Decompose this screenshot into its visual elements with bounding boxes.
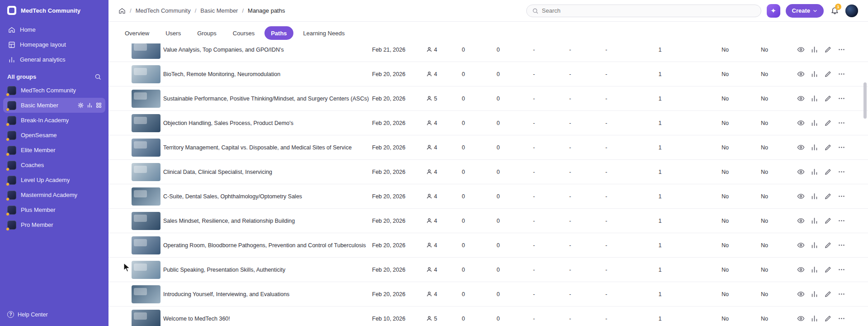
sidebar-group-level-up-academy[interactable]: Level Up Academy: [3, 173, 105, 187]
path-thumbnail[interactable]: [132, 163, 160, 181]
path-thumbnail[interactable]: [132, 236, 160, 254]
path-thumbnail[interactable]: [132, 65, 160, 83]
path-thumbnail[interactable]: [132, 261, 160, 279]
breadcrumb-item[interactable]: Basic Member: [200, 7, 238, 14]
stats-icon[interactable]: [811, 241, 818, 249]
edit-icon[interactable]: [824, 266, 832, 273]
more-options-icon[interactable]: [838, 144, 845, 151]
tab-courses[interactable]: Courses: [226, 26, 261, 40]
view-icon[interactable]: [797, 192, 805, 200]
stats-icon[interactable]: [811, 95, 818, 102]
tab-overview[interactable]: Overview: [118, 26, 156, 40]
stats-icon[interactable]: [811, 266, 818, 273]
sidebar-item-homepage-layout[interactable]: Homepage layout: [4, 37, 105, 52]
more-options-icon[interactable]: [838, 192, 845, 200]
group-analytics-icon[interactable]: [87, 102, 93, 108]
edit-icon[interactable]: [824, 217, 832, 225]
stats-icon[interactable]: [811, 290, 818, 298]
search-input[interactable]: [542, 7, 755, 14]
view-icon[interactable]: [797, 168, 805, 176]
stats-icon[interactable]: [811, 70, 818, 78]
breadcrumb-item[interactable]: MedTech Community: [136, 7, 191, 14]
path-title[interactable]: Sustainable Performance, Positive Thinki…: [163, 96, 372, 102]
group-apps-icon[interactable]: [96, 102, 102, 108]
more-options-icon[interactable]: [838, 217, 845, 225]
sidebar-group-opensesame[interactable]: OpenSesame: [3, 128, 105, 143]
breadcrumb-home-icon[interactable]: [118, 7, 126, 14]
edit-icon[interactable]: [824, 315, 832, 322]
path-thumbnail[interactable]: [132, 212, 160, 230]
more-options-icon[interactable]: [838, 70, 845, 78]
path-title[interactable]: Value Analysis, Top Companies, and GPO/I…: [163, 47, 372, 53]
more-options-icon[interactable]: [838, 266, 845, 273]
sidebar-group-pro-member[interactable]: Pro Member: [3, 217, 105, 232]
view-icon[interactable]: [797, 217, 805, 225]
more-options-icon[interactable]: [838, 46, 845, 53]
edit-icon[interactable]: [824, 241, 832, 249]
notifications-button[interactable]: 1: [829, 5, 840, 16]
path-title[interactable]: Introducing Yourself, Interviewing, and …: [163, 291, 372, 297]
path-title[interactable]: BioTech, Remote Monitoring, Neuromodulat…: [163, 71, 372, 77]
path-title[interactable]: Territory Management, Capital vs. Dispos…: [163, 144, 372, 151]
sidebar-group-plus-member[interactable]: Plus Member: [3, 202, 105, 217]
edit-icon[interactable]: [824, 95, 832, 102]
more-options-icon[interactable]: [838, 315, 845, 322]
edit-icon[interactable]: [824, 144, 832, 151]
sidebar-item-general-analytics[interactable]: General analytics: [4, 52, 105, 67]
path-title[interactable]: Objection Handling, Sales Process, Produ…: [163, 120, 372, 126]
edit-icon[interactable]: [824, 119, 832, 127]
stats-icon[interactable]: [811, 315, 818, 322]
create-button[interactable]: Create: [786, 4, 824, 18]
path-thumbnail[interactable]: [132, 285, 160, 303]
edit-icon[interactable]: [824, 70, 832, 78]
tab-learning-needs[interactable]: Learning Needs: [297, 26, 351, 40]
more-options-icon[interactable]: [838, 168, 845, 176]
view-icon[interactable]: [797, 46, 805, 53]
stats-icon[interactable]: [811, 119, 818, 127]
tab-groups[interactable]: Groups: [191, 26, 223, 40]
user-avatar[interactable]: [845, 5, 858, 17]
path-thumbnail[interactable]: [132, 310, 160, 326]
sidebar-group-basic-member[interactable]: Basic Member: [3, 98, 105, 113]
sidebar-group-medtech-community[interactable]: MedTech Community: [3, 83, 105, 98]
more-options-icon[interactable]: [838, 95, 845, 102]
stats-icon[interactable]: [811, 168, 818, 176]
view-icon[interactable]: [797, 241, 805, 249]
path-thumbnail[interactable]: [132, 114, 160, 132]
more-options-icon[interactable]: [838, 241, 845, 249]
view-icon[interactable]: [797, 70, 805, 78]
tab-paths[interactable]: Paths: [264, 26, 293, 40]
path-title[interactable]: Sales Mindset, Resilience, and Relations…: [163, 218, 372, 224]
sidebar-item-home[interactable]: Home: [4, 22, 105, 37]
view-icon[interactable]: [797, 315, 805, 322]
group-settings-icon[interactable]: [78, 102, 84, 108]
sidebar-group-break-in-academy[interactable]: Break-In Academy: [3, 113, 105, 128]
vertical-scrollbar[interactable]: [863, 82, 867, 119]
path-thumbnail[interactable]: [132, 43, 160, 59]
path-thumbnail[interactable]: [132, 139, 160, 157]
more-options-icon[interactable]: [838, 119, 845, 127]
tab-users[interactable]: Users: [159, 26, 187, 40]
stats-icon[interactable]: [811, 192, 818, 200]
edit-icon[interactable]: [824, 290, 832, 298]
path-title[interactable]: Operating Room, Bloodborne Pathogens, Pr…: [163, 242, 372, 249]
view-icon[interactable]: [797, 290, 805, 298]
help-center-button[interactable]: ? Help Center: [0, 305, 108, 326]
path-thumbnail[interactable]: [132, 90, 160, 108]
breadcrumb-item[interactable]: Manage paths: [248, 7, 285, 14]
edit-icon[interactable]: [824, 168, 832, 176]
stats-icon[interactable]: [811, 144, 818, 151]
stats-icon[interactable]: [811, 46, 818, 53]
view-icon[interactable]: [797, 95, 805, 102]
edit-icon[interactable]: [824, 46, 832, 53]
path-title[interactable]: C-Suite, Dental Sales, Ophthalmology/Opt…: [163, 193, 372, 200]
path-title[interactable]: Clinical Data, Clinical Specialist, Inse…: [163, 169, 372, 175]
sidebar-group-coaches[interactable]: Coaches: [3, 158, 105, 173]
path-thumbnail[interactable]: [132, 187, 160, 206]
view-icon[interactable]: [797, 119, 805, 127]
path-title[interactable]: Welcome to MedTech 360!: [163, 316, 372, 322]
sidebar-group-elite-member[interactable]: Elite Member: [3, 143, 105, 158]
path-title[interactable]: Public Speaking, Presentation Skills, Au…: [163, 267, 372, 273]
more-options-icon[interactable]: [838, 290, 845, 298]
view-icon[interactable]: [797, 266, 805, 273]
